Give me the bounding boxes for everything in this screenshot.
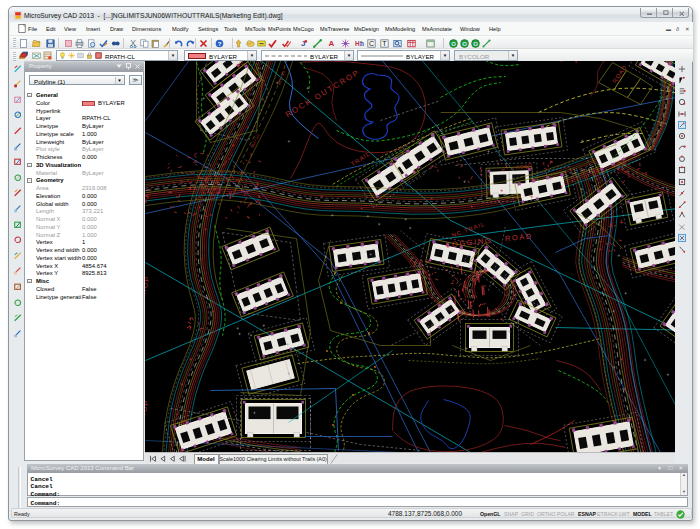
- svg-text:?: ?: [218, 41, 222, 47]
- svg-text:O: O: [473, 41, 478, 47]
- svg-text:O: O: [451, 41, 456, 47]
- svg-text:h: h: [360, 40, 364, 47]
- svg-text:O: O: [462, 41, 467, 47]
- svg-text:A: A: [329, 39, 335, 48]
- svg-text:C: C: [369, 40, 374, 47]
- svg-text:J: J: [301, 39, 305, 48]
- svg-text:T: T: [382, 40, 387, 47]
